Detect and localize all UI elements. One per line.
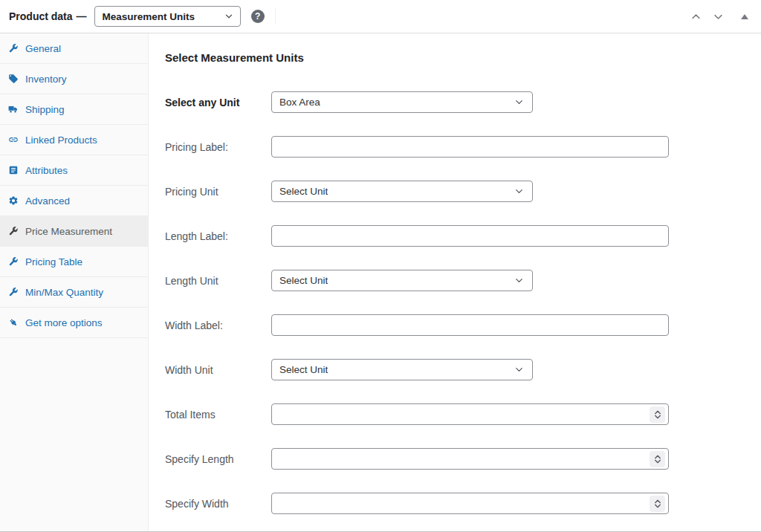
product-data-tabs: General Inventory Shipping Linked Produc… bbox=[0, 33, 149, 531]
length-unit-select[interactable]: Select Unit bbox=[271, 270, 533, 291]
panel-heading: Select Measurement Units bbox=[165, 51, 761, 64]
form-row: Specify Length bbox=[165, 448, 761, 470]
form-row: Pricing Label: bbox=[165, 136, 761, 158]
form-row: Length Unit Select Unit bbox=[165, 270, 761, 291]
sidebar-item-get-more-options[interactable]: Get more options bbox=[0, 308, 148, 338]
metabox-body: General Inventory Shipping Linked Produc… bbox=[0, 33, 761, 531]
form-row: Pricing Unit Select Unit bbox=[165, 181, 761, 202]
help-icon[interactable]: ? bbox=[251, 10, 265, 23]
chevron-down-icon bbox=[514, 364, 525, 375]
field-label: Pricing Unit bbox=[165, 186, 271, 198]
field-label: Select any Unit bbox=[165, 97, 271, 108]
sidebar-item-inventory[interactable]: Inventory bbox=[0, 64, 148, 94]
move-up-button[interactable] bbox=[688, 9, 703, 24]
wrench-icon bbox=[7, 256, 19, 267]
specify-length-number-field bbox=[271, 448, 669, 470]
form-row: Total Items bbox=[165, 403, 761, 425]
field-label: Width Label: bbox=[165, 319, 271, 331]
tag-icon bbox=[7, 73, 19, 85]
plug-icon bbox=[7, 317, 19, 328]
field-label: Pricing Label: bbox=[165, 141, 271, 153]
number-spinner[interactable] bbox=[650, 406, 665, 423]
sidebar-item-min-max-quantity[interactable]: Min/Max Quantity bbox=[0, 277, 148, 308]
select-value: Select Unit bbox=[279, 364, 514, 375]
price-measurement-panel: Select Measurement Units Select any Unit… bbox=[149, 33, 761, 531]
number-spinner[interactable] bbox=[650, 496, 665, 512]
width-unit-select[interactable]: Select Unit bbox=[271, 359, 533, 380]
sidebar-item-shipping[interactable]: Shipping bbox=[0, 94, 148, 125]
form-row: Width Label: bbox=[165, 314, 761, 336]
form-row: Width Unit Select Unit bbox=[165, 359, 761, 380]
sidebar-item-advanced[interactable]: Advanced bbox=[0, 186, 148, 216]
product-type-select-value: Measurement Units bbox=[103, 11, 224, 22]
collapse-toggle-button[interactable] bbox=[737, 9, 752, 24]
header-divider bbox=[275, 8, 276, 25]
number-spinner[interactable] bbox=[650, 451, 665, 467]
move-down-button[interactable] bbox=[710, 9, 725, 24]
specify-width-input[interactable] bbox=[271, 493, 669, 514]
wrench-icon bbox=[7, 286, 19, 298]
list-icon bbox=[7, 164, 19, 176]
form-row: Specify Width bbox=[165, 493, 761, 514]
chevron-down-icon bbox=[713, 11, 724, 22]
total-items-number-field bbox=[271, 403, 669, 425]
truck-icon bbox=[7, 103, 19, 115]
form-row: Length Label: bbox=[165, 225, 761, 247]
chevron-down-icon bbox=[224, 11, 234, 22]
spinner-down-icon bbox=[654, 415, 661, 419]
field-label: Length Label: bbox=[165, 230, 271, 242]
pricing-unit-select[interactable]: Select Unit bbox=[271, 181, 533, 202]
product-type-select[interactable]: Measurement Units bbox=[94, 6, 241, 27]
select-value: Select Unit bbox=[279, 186, 514, 197]
spinner-down-icon bbox=[654, 504, 661, 508]
metabox-title-dash: — bbox=[77, 10, 87, 22]
field-label: Length Unit bbox=[165, 275, 271, 287]
chevron-down-icon bbox=[514, 275, 525, 286]
chevron-down-icon bbox=[514, 97, 525, 108]
metabox-controls bbox=[688, 9, 752, 24]
gear-icon bbox=[7, 195, 19, 207]
sidebar-item-attributes[interactable]: Attributes bbox=[0, 155, 148, 186]
specify-length-input[interactable] bbox=[271, 448, 669, 470]
wrench-icon bbox=[7, 225, 19, 237]
length-label-input[interactable] bbox=[271, 225, 669, 247]
pricing-label-input[interactable] bbox=[271, 136, 669, 158]
chevron-down-icon bbox=[514, 186, 525, 197]
sidebar-item-price-measurement[interactable]: Price Measurement bbox=[0, 216, 148, 247]
wrench-icon bbox=[7, 42, 19, 54]
specify-width-number-field bbox=[271, 493, 669, 514]
total-items-input[interactable] bbox=[271, 403, 669, 425]
field-label: Total Items bbox=[165, 409, 271, 421]
metabox-header: Product data — Measurement Units ? bbox=[0, 0, 761, 33]
spinner-down-icon bbox=[654, 459, 661, 464]
sidebar-item-general[interactable]: General bbox=[0, 33, 148, 64]
sidebar-item-linked-products[interactable]: Linked Products bbox=[0, 125, 148, 155]
product-data-metabox: Product data — Measurement Units ? Gener… bbox=[0, 0, 761, 532]
form-row: Select any Unit Box Area bbox=[165, 91, 761, 113]
sidebar-item-pricing-table[interactable]: Pricing Table bbox=[0, 247, 148, 277]
field-label: Width Unit bbox=[165, 364, 271, 376]
field-label: Specify Width bbox=[165, 498, 271, 510]
select-value: Box Area bbox=[279, 97, 514, 108]
form-rows: Select any Unit Box Area Pricing Label: … bbox=[165, 91, 761, 514]
field-label: Specify Length bbox=[165, 453, 271, 465]
chevron-up-icon bbox=[690, 11, 702, 22]
link-icon bbox=[7, 134, 19, 146]
metabox-title: Product data bbox=[9, 10, 73, 22]
select-any-unit-select[interactable]: Box Area bbox=[271, 91, 533, 113]
select-value: Select Unit bbox=[279, 275, 514, 286]
triangle-up-icon bbox=[741, 14, 748, 19]
width-label-input[interactable] bbox=[271, 314, 669, 336]
